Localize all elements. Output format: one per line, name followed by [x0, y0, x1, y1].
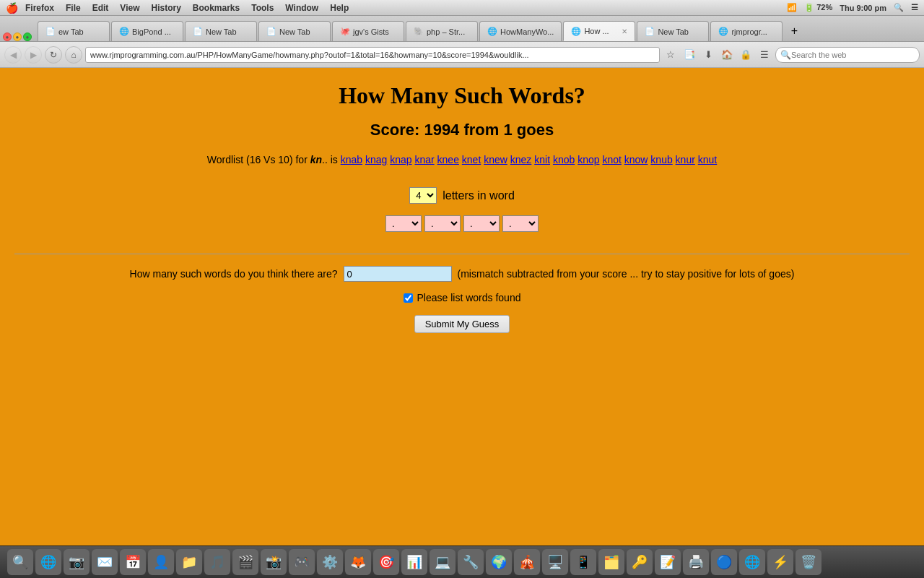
word-link-knar[interactable]: knar	[414, 154, 434, 165]
back-button[interactable]: ◀	[4, 46, 22, 64]
home-button[interactable]: ⌂	[65, 46, 82, 64]
list-words-checkbox[interactable]	[404, 293, 413, 303]
dock-icon-phone[interactable]: 📱	[570, 549, 596, 575]
dock-icon-key[interactable]: 🔑	[627, 549, 653, 575]
menu-bookmarks[interactable]: Bookmarks	[193, 3, 240, 13]
menu-edit[interactable]: Edit	[92, 3, 109, 13]
word-link-know[interactable]: know	[624, 154, 648, 165]
menu-view[interactable]: View	[120, 3, 139, 13]
dock-icon-video[interactable]: 🎬	[232, 549, 258, 575]
dock-icon-mail[interactable]: ✉️	[92, 549, 118, 575]
bookmark-list-icon[interactable]: 📑	[681, 47, 697, 63]
dock-icon-notes[interactable]: 📝	[655, 549, 681, 575]
tab-favicon-7: 🌐	[571, 27, 581, 36]
dock-icon-print[interactable]: 🖨️	[683, 549, 709, 575]
dock-icon-music[interactable]: 🎵	[204, 549, 230, 575]
menu-window[interactable]: Window	[285, 3, 318, 13]
dock-icon-photos[interactable]: 📸	[261, 549, 287, 575]
menu-extras-icon[interactable]: ☰	[911, 3, 918, 12]
word-link-knab[interactable]: knab	[341, 154, 362, 165]
letter-select-3[interactable]: .ab	[463, 215, 500, 232]
tab-3[interactable]: 📄 New Tab	[258, 21, 331, 41]
apple-menu[interactable]: 🍎	[6, 2, 18, 14]
download-icon[interactable]: ⬇	[700, 47, 716, 63]
dock-icon-tools[interactable]: 🔧	[458, 549, 484, 575]
dock-icon-extra2[interactable]: ⚡	[767, 549, 793, 575]
word-link-knut[interactable]: knut	[698, 154, 717, 165]
word-link-knez[interactable]: knez	[510, 154, 532, 165]
dock-icon-settings[interactable]: ⚙️	[317, 549, 343, 575]
tab-label-7: How ...	[584, 27, 609, 35]
menu-file[interactable]: File	[66, 3, 81, 13]
tab-4[interactable]: 🐙 jgv's Gists	[332, 21, 404, 41]
guess-input[interactable]	[344, 266, 452, 282]
dock-icon-chrome[interactable]: 🔵	[711, 549, 737, 575]
letter-select-1[interactable]: .ab	[385, 215, 422, 232]
dock-icon-safari[interactable]: 🌐	[35, 549, 61, 575]
word-link-knew[interactable]: knew	[484, 154, 507, 165]
window-maximize[interactable]: ●	[23, 33, 32, 41]
dock-icon-trash[interactable]: 🗑️	[796, 549, 821, 575]
submit-button[interactable]: Submit My Guess	[414, 315, 510, 333]
dock-icon-firefox[interactable]: 🦊	[345, 549, 371, 575]
tab-6[interactable]: 🌐 HowManyWo...	[479, 21, 562, 41]
address-bar[interactable]	[85, 47, 660, 63]
titlebar: 🍎 Firefox File Edit View History Bookmar…	[0, 0, 924, 16]
word-link-knee[interactable]: knee	[437, 154, 459, 165]
word-link-knap[interactable]: knap	[390, 154, 411, 165]
tab-label-5: php – Str...	[427, 27, 465, 36]
spotlight-icon[interactable]: 🔍	[894, 3, 904, 12]
word-link-knop[interactable]: knop	[578, 154, 599, 165]
tab-7[interactable]: 🌐 How ... ✕	[563, 21, 635, 41]
tab-close-7[interactable]: ✕	[622, 27, 627, 35]
word-link-knob[interactable]: knob	[553, 154, 575, 165]
word-link-knub[interactable]: knub	[650, 154, 672, 165]
dock-icon-camera[interactable]: 📷	[64, 549, 90, 575]
dock-icon-extra1[interactable]: 🌐	[739, 549, 765, 575]
dock-icon-terminal[interactable]: 💻	[430, 549, 456, 575]
dock-icon-monitor[interactable]: 🖥️	[542, 549, 568, 575]
checkbox-line: Please list words found	[404, 292, 521, 303]
dock-icon-target[interactable]: 🎯	[373, 549, 399, 575]
letter-select-2[interactable]: .ab	[424, 215, 461, 232]
word-link-knet[interactable]: knet	[462, 154, 481, 165]
dock-icon-spreadsheet[interactable]: 📊	[401, 549, 427, 575]
tab-favicon-4: 🐙	[340, 27, 350, 36]
search-input[interactable]	[791, 51, 907, 59]
tab-0[interactable]: 📄 ew Tab	[38, 21, 110, 41]
word-link-knag[interactable]: knag	[365, 154, 387, 165]
dock-icon-world[interactable]: 🌍	[486, 549, 512, 575]
dock-icon-games[interactable]: 🎮	[289, 549, 315, 575]
letter-select-4[interactable]: .ab	[502, 215, 539, 232]
titlebar-right: 📶 🔋 72% Thu 9:00 pm 🔍 ☰	[787, 3, 918, 12]
home-nav-icon[interactable]: 🏠	[719, 47, 735, 63]
dock-icon-finder[interactable]: 🔍	[7, 549, 33, 575]
tab-5[interactable]: 🐘 php – Str...	[406, 21, 478, 41]
menu-tools[interactable]: Tools	[251, 3, 274, 13]
reload-button[interactable]: ↻	[45, 46, 62, 64]
dock-icon-files[interactable]: 📁	[176, 549, 202, 575]
menu-icon[interactable]: ☰	[757, 47, 772, 63]
menu-firefox[interactable]: Firefox	[25, 3, 54, 13]
dock-icon-fun[interactable]: 🎪	[514, 549, 540, 575]
privacy-icon[interactable]: 🔒	[738, 47, 754, 63]
word-link-knot[interactable]: knot	[602, 154, 621, 165]
menu-help[interactable]: Help	[330, 3, 349, 13]
word-link-knur[interactable]: knur	[676, 154, 695, 165]
window-close[interactable]: ●	[3, 33, 12, 41]
dock-icon-contacts[interactable]: 👤	[148, 549, 174, 575]
window-minimize[interactable]: ●	[13, 33, 22, 41]
tab-9[interactable]: 🌐 rjmprogr...	[710, 21, 783, 41]
tab-2[interactable]: 📄 New Tab	[185, 21, 257, 41]
menu-history[interactable]: History	[152, 3, 181, 13]
word-links: knab knag knap knar knee knet knew knez …	[341, 154, 718, 165]
bookmark-star-icon[interactable]: ☆	[663, 47, 679, 63]
dock-icon-calendar[interactable]: 📅	[120, 549, 146, 575]
dock-icon-folder[interactable]: 🗂️	[598, 549, 624, 575]
forward-button[interactable]: ▶	[25, 46, 42, 64]
tab-8[interactable]: 📄 New Tab	[637, 21, 709, 41]
new-tab-button[interactable]: +	[784, 21, 804, 41]
tab-1[interactable]: 🌐 BigPond ...	[111, 21, 183, 41]
word-link-knit[interactable]: knit	[534, 154, 550, 165]
letters-count-select[interactable]: 4356	[409, 187, 437, 204]
